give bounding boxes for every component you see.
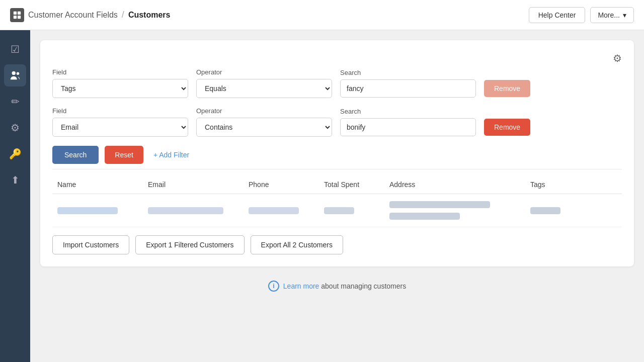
table-row (52, 194, 622, 227)
filter1-search-input[interactable] (340, 79, 476, 98)
help-center-button[interactable]: Help Center (529, 7, 586, 23)
footer-learn-more: Learn more about managing customers (283, 282, 406, 290)
footer-info: i Learn more about managing customers (40, 275, 634, 298)
breadcrumb-current: Customers (128, 11, 171, 20)
search-button[interactable]: Search (52, 146, 99, 164)
info-icon: i (268, 281, 279, 292)
sidebar-item-settings[interactable]: ⚙ (4, 117, 26, 139)
main-layout: ☑ ✏ ⚙ 🔑 ⬆ ⚙ Field Tags O (0, 30, 644, 362)
filter2-search-input[interactable] (340, 118, 476, 136)
sidebar-item-checklist[interactable]: ☑ (4, 38, 26, 60)
breadcrumb: Customer Account Fields / Customers (28, 10, 170, 20)
filters-card: ⚙ Field Tags Operator Equals Search (40, 40, 634, 266)
filter-row-2: Field Email Operator Contains Search Rem… (52, 107, 622, 137)
more-button[interactable]: More... ▾ (590, 7, 634, 23)
main-content: ⚙ Field Tags Operator Equals Search (30, 30, 644, 362)
filter2-field-select[interactable]: Email (52, 118, 188, 137)
gear-row: ⚙ (52, 52, 622, 64)
col-email: Email (148, 180, 249, 189)
import-customers-button[interactable]: Import Customers (52, 235, 129, 254)
svg-rect-3 (18, 15, 21, 18)
filter2-operator-select[interactable]: Contains (196, 118, 332, 137)
app-header: Customer Account Fields / Customers Help… (0, 0, 644, 30)
sidebar-item-edit[interactable]: ✏ (4, 90, 26, 113)
chevron-down-icon: ▾ (623, 11, 626, 19)
svg-point-5 (17, 72, 20, 75)
filter2-remove-button[interactable]: Remove (484, 119, 530, 136)
filter1-operator-label: Operator (196, 68, 332, 76)
col-tags: Tags (530, 180, 591, 189)
header-right: Help Center More... ▾ (529, 7, 634, 23)
filter-row-1: Field Tags Operator Equals Search Remove (52, 68, 622, 98)
svg-point-4 (12, 71, 16, 75)
svg-rect-1 (18, 11, 21, 14)
filter1-operator-group: Operator Equals (196, 68, 332, 98)
filter2-operator-label: Operator (196, 107, 332, 115)
bottom-buttons-row: Import Customers Export 1 Filtered Custo… (52, 235, 622, 254)
filter1-operator-select[interactable]: Equals (196, 79, 332, 98)
filter1-remove-button[interactable]: Remove (484, 80, 530, 97)
breadcrumb-separator: / (122, 10, 124, 20)
filter1-search-label: Search (340, 69, 476, 76)
action-row: Search Reset + Add Filter (52, 146, 622, 164)
table-header: Name Email Phone Total Spent Address Tag… (52, 177, 622, 194)
breadcrumb-main: Customer Account Fields (28, 11, 118, 20)
app-logo (10, 8, 24, 22)
filter1-search-group: Search (340, 69, 476, 98)
reset-button[interactable]: Reset (105, 146, 143, 164)
filter1-field-label: Field (52, 68, 188, 76)
settings-gear-icon[interactable]: ⚙ (613, 52, 622, 64)
svg-rect-2 (14, 15, 17, 18)
learn-more-link[interactable]: Learn more (283, 282, 319, 290)
filter1-field-select[interactable]: Tags (52, 79, 188, 98)
sidebar-item-customers[interactable] (4, 64, 26, 86)
sidebar-item-upload[interactable]: ⬆ (4, 169, 26, 191)
filter2-field-group: Field Email (52, 107, 188, 137)
filter2-search-group: Search (340, 108, 476, 136)
export-filtered-button[interactable]: Export 1 Filtered Customers (135, 235, 244, 254)
col-name: Name (57, 180, 148, 189)
col-total-spent: Total Spent (324, 180, 389, 189)
sidebar-item-key[interactable]: 🔑 (4, 143, 26, 165)
table-divider (52, 169, 622, 169)
sidebar: ☑ ✏ ⚙ 🔑 ⬆ (0, 30, 30, 362)
add-filter-button[interactable]: + Add Filter (149, 149, 193, 161)
filter2-field-label: Field (52, 107, 188, 115)
filter1-field-group: Field Tags (52, 68, 188, 98)
col-address: Address (389, 180, 530, 189)
export-all-button[interactable]: Export All 2 Customers (251, 235, 343, 254)
filter2-search-label: Search (340, 108, 476, 115)
header-left: Customer Account Fields / Customers (10, 8, 170, 22)
svg-rect-0 (14, 11, 17, 14)
filter2-operator-group: Operator Contains (196, 107, 332, 137)
col-phone: Phone (249, 180, 324, 189)
